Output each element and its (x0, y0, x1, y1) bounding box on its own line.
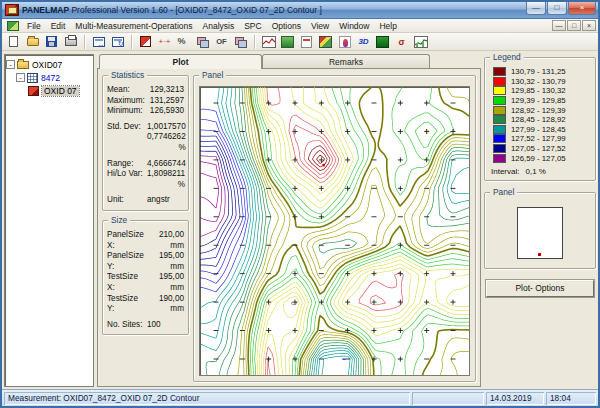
plot-options-button[interactable]: Plot- Options (486, 280, 594, 297)
save-icon[interactable] (43, 34, 60, 49)
toolbar-separator (84, 35, 85, 49)
legend-swatch (493, 67, 506, 76)
menu-analysis[interactable]: Analysis (198, 20, 240, 32)
mdi-restore-button[interactable]: □ (567, 20, 581, 31)
interval-row: Interval:0,1 % (489, 167, 591, 176)
legend-swatch (493, 154, 506, 163)
tab-strip: Plot Remarks (97, 54, 481, 69)
tree-item-8472[interactable]: - 8472 (16, 71, 92, 84)
tab-plot[interactable]: Plot (99, 54, 262, 69)
sigma-chart-icon[interactable]: σ (393, 34, 410, 49)
statistics-groupbox: Statistics Mean:129,3213 Maximum:131,259… (102, 75, 189, 211)
mdi-minimize-button[interactable]: — (552, 20, 566, 31)
size-row-sites: No. Sites:100 (107, 320, 184, 331)
paste-icon[interactable] (232, 34, 249, 49)
data-table-icon[interactable] (298, 34, 315, 49)
tree-item-oxid07[interactable]: - OXID07 (6, 58, 92, 71)
status-date: 14.03.2019 (486, 392, 544, 405)
size-row-panel-x: PanelSize X:210,00 mm (107, 230, 184, 251)
panel-plot-groupbox: Panel (193, 75, 476, 382)
legend-title: Legend (490, 52, 524, 62)
legend-swatch (493, 96, 506, 105)
stat-row-mean: Mean:129,3213 (107, 85, 184, 96)
statistics-title: Statistics (108, 70, 147, 80)
stat-row-maximum: Maximum:131,2597 (107, 96, 184, 107)
contour-plot-icon[interactable] (279, 34, 296, 49)
stat-row-unit: Unit:angstr (107, 195, 184, 206)
tree-label[interactable]: 8472 (41, 73, 60, 83)
client-area: - OXID07 - 8472 OXID 07 Plot Remarks (2, 51, 598, 389)
surface-plot-icon[interactable] (374, 34, 391, 49)
trend-chart-icon[interactable] (412, 34, 429, 49)
plot-tab-pane: Statistics Mean:129,3213 Maximum:131,259… (97, 68, 481, 387)
mdi-close-button[interactable]: × (582, 20, 596, 31)
edit-points-icon[interactable] (156, 34, 173, 49)
title-bar: PANELMAP Professional Version 1.60 - [OX… (2, 2, 598, 19)
delete-sites-icon[interactable] (137, 34, 154, 49)
minimize-button[interactable]: — (526, 2, 546, 15)
collapse-icon[interactable]: - (6, 60, 15, 69)
legend-swatch (493, 106, 506, 115)
tree-label-selected[interactable]: OXID 07 (42, 86, 79, 96)
panel-preview-title: Panel (490, 187, 517, 197)
copy-measurement-icon[interactable] (90, 34, 107, 49)
compare-measurement-icon[interactable] (109, 34, 126, 49)
legend-entry: 127,99 - 128,45 (489, 125, 591, 135)
new-file-icon[interactable] (5, 34, 22, 49)
stat-row-stddev-pct: 0,7746262 % (107, 132, 184, 153)
legend-swatch (493, 115, 506, 124)
menu-view[interactable]: View (306, 20, 334, 32)
app-logo-icon (5, 4, 19, 16)
app-window: PANELMAP Professional Version 1.60 - [OX… (0, 0, 600, 408)
status-spare (412, 392, 484, 405)
panel-preview-shape (517, 207, 563, 259)
status-time: 18:04 (546, 392, 596, 405)
distribution-icon[interactable] (336, 34, 353, 49)
legend-groupbox: Legend 130,79 - 131,25 130,32 - 130,79 1… (484, 57, 596, 181)
menu-help[interactable]: Help (374, 20, 401, 32)
mdi-child-icon[interactable] (7, 21, 19, 31)
collapse-icon[interactable]: - (16, 73, 25, 82)
legend-entry: 129,39 - 129,85 (489, 96, 591, 106)
toolbar-separator (131, 35, 132, 49)
size-row-panel-y: PanelSize Y:195,00 mm (107, 251, 184, 272)
menu-edit[interactable]: Edit (46, 20, 71, 32)
legend-entry: 128,45 - 128,92 (489, 115, 591, 125)
cut-percent-icon[interactable] (175, 34, 192, 49)
print-icon[interactable] (62, 34, 79, 49)
tree-item-oxid-07[interactable]: OXID 07 (28, 84, 92, 97)
plot-canvas[interactable] (200, 87, 469, 375)
window-title: PANELMAP Professional Version 1.60 - [OX… (22, 5, 526, 15)
stat-row-stddev: Std. Dev:1,0017570 (107, 122, 184, 133)
legend-entry: 126,59 - 127,05 (489, 153, 591, 163)
size-row-test-y: TestSize Y:190,00 mm (107, 294, 184, 315)
copy-icon[interactable] (194, 34, 211, 49)
offset-icon[interactable]: OF (213, 34, 230, 49)
line-chart-icon[interactable] (260, 34, 277, 49)
size-title: Size (108, 215, 130, 225)
3d-plot-icon[interactable]: 3D (355, 34, 372, 49)
toolbar: OF 3D σ (2, 33, 598, 51)
tree-label[interactable]: OXID07 (32, 60, 62, 70)
close-button[interactable]: × (568, 2, 596, 15)
open-file-icon[interactable] (24, 34, 41, 49)
legend-swatch (493, 86, 506, 95)
menu-window[interactable]: Window (334, 20, 374, 32)
legend-swatch (493, 144, 506, 153)
measurement-icon (28, 86, 39, 96)
lot-grid-icon (27, 73, 38, 83)
color-map-icon[interactable] (317, 34, 334, 49)
menu-file[interactable]: File (22, 20, 46, 32)
stat-row-hilo: Hi/Lo Var:1,8098211 % (107, 169, 184, 190)
menu-options[interactable]: Options (267, 20, 306, 32)
title-suffix: Professional Version 1.60 - [OXID07_8472… (69, 5, 322, 15)
app-name: PANELMAP (22, 5, 69, 15)
tab-remarks[interactable]: Remarks (262, 54, 430, 69)
measurement-tree: - OXID07 - 8472 OXID 07 (4, 54, 94, 387)
menu-spc[interactable]: SPC (239, 20, 266, 32)
stat-row-minimum: Minimum:126,5930 (107, 106, 184, 117)
menu-bar: File Edit Multi-Measurement-Operations A… (2, 19, 598, 33)
menu-multi-measurement-operations[interactable]: Multi-Measurement-Operations (70, 20, 197, 32)
maximize-button[interactable]: □ (547, 2, 567, 15)
folder-icon (17, 61, 29, 69)
